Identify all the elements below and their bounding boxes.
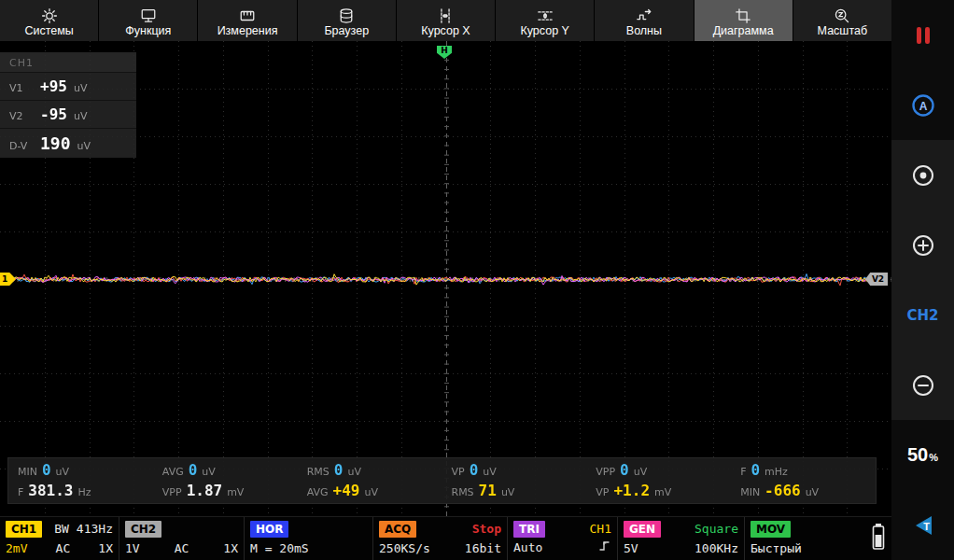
toolbar-label: Масштаб [818, 25, 867, 37]
ch2-scale: 1V [125, 541, 140, 556]
readout-label: V1 [9, 82, 34, 94]
toolbar-button-scale[interactable]: Масштаб [793, 0, 891, 41]
ch2-badge[interactable]: CH2 [125, 521, 161, 538]
toolbar-button-cursor-y[interactable]: Курсор Y [496, 0, 594, 41]
bit-depth: 16bit [465, 541, 501, 556]
status-group-movement[interactable]: MOV Быстрый [745, 517, 857, 560]
toolbar-button-cursor-x[interactable]: Курсор X [397, 0, 495, 41]
toolbar-label: Функция [125, 25, 171, 37]
measurement-cell: F 381.3 Hz [18, 483, 153, 498]
crop-icon [735, 7, 751, 23]
readout-value: +95 [40, 77, 67, 95]
cursor-y-icon [537, 7, 554, 23]
channel-readout-panel: CH1 V1 +95 uV V2 -95 uV D-V 190 uV [0, 52, 136, 158]
measurement-label: F [740, 466, 746, 478]
status-group-ch2[interactable]: CH2 1V AC 1X [119, 517, 245, 560]
zoom-in-button[interactable] [891, 210, 954, 280]
readout-unit: uV [74, 110, 88, 122]
toolbar-label: Диаграмма [713, 25, 774, 37]
measurement-unit: Hz [78, 486, 91, 498]
toolbar-label: Браузер [324, 25, 369, 37]
active-channel-label: CH2 [907, 307, 939, 324]
measurement-value: +49 [333, 483, 360, 498]
trigger-menu-button[interactable]: T [891, 490, 954, 560]
gen-frequency: 100KHz [694, 541, 738, 556]
measurement-label: VP [451, 466, 464, 478]
cursor-x-icon [437, 7, 454, 23]
measurement-unit: uV [806, 486, 820, 498]
readout-row-v2: V2 -95 uV [0, 100, 136, 128]
zoom-out-button[interactable] [891, 350, 954, 420]
zoom-level-value: 50% [907, 444, 938, 466]
pause-icon [913, 24, 933, 47]
measurement-unit: uV [483, 466, 497, 478]
measurement-label: RMS [307, 466, 330, 478]
status-group-acquisition[interactable]: ACQ Stop 250KS/s 16bit [373, 517, 508, 560]
measurement-cell: AVG +49 uV [307, 483, 442, 498]
autoset-icon: A [911, 93, 935, 118]
measurements-panel: MIN 0 uV F 381.3 Hz AVG 0 uV VPP [7, 457, 877, 504]
status-group-generator[interactable]: GEN Square 5V 100KHz [618, 517, 745, 560]
status-group-trigger[interactable]: TRI CH1 Auto [508, 517, 618, 560]
measurement-label: AVG [307, 486, 329, 498]
run-stop-button[interactable] [891, 0, 954, 70]
measurement-label: MIN [18, 466, 37, 478]
waves-icon [636, 7, 652, 23]
battery-icon [871, 522, 886, 555]
measurement-unit: mHz [765, 466, 788, 478]
ch1-scale: 2mV [6, 541, 27, 556]
measurement-value: 71 [479, 483, 497, 498]
gen-level: 5V [624, 541, 638, 556]
measurement-cell: MIN 0 uV [18, 463, 153, 478]
plus-circle-icon [911, 233, 935, 258]
status-group-horizontal[interactable]: HOR M = 20mS [245, 517, 373, 560]
toolbar-button-measurements[interactable]: Измерения [198, 0, 296, 41]
minus-circle-icon [911, 373, 935, 398]
svg-text:T: T [923, 520, 930, 531]
mov-badge[interactable]: MOV [751, 521, 791, 538]
ch2-coupling: AC [175, 541, 189, 556]
measurement-cell: RMS 71 uV [451, 483, 586, 498]
status-group-ch1[interactable]: CH1 BW413Hz 2mV AC 1X [0, 517, 119, 560]
measurement-value: 381.3 [28, 483, 73, 498]
measurement-cell: MIN -666 uV [740, 483, 876, 498]
readout-unit: uV [74, 82, 88, 94]
readout-label: V2 [9, 110, 34, 122]
measurement-label: VP [596, 486, 609, 498]
measurement-value: 1.87 [187, 483, 223, 498]
channel-select-button[interactable]: CH2 [891, 280, 954, 350]
toolbar-button-diagram[interactable]: Диаграмма [694, 0, 793, 41]
measurement-column: F 0 mHz MIN -666 uV [731, 458, 876, 503]
trigger-mode: Auto [513, 540, 542, 555]
status-bar: CH1 BW413Hz 2mV AC 1X CH2 1V AC 1X HOR [0, 516, 891, 560]
readout-label: D-V [9, 140, 34, 152]
acq-badge[interactable]: ACQ [379, 521, 416, 538]
toolbar-button-waves[interactable]: Волны [595, 0, 693, 41]
gen-badge[interactable]: GEN [624, 521, 661, 538]
readout-unit: uV [77, 140, 91, 152]
toolbar-button-browser[interactable]: Браузер [298, 0, 396, 41]
trigger-source: CH1 [590, 522, 611, 537]
toolbar-label: Курсор Y [520, 25, 568, 37]
autoset-button[interactable]: A [891, 70, 954, 140]
measurement-unit: mV [227, 486, 244, 498]
measurement-value: 0 [42, 463, 51, 478]
measurement-column: MIN 0 uV F 381.3 Hz [8, 458, 153, 503]
toolbar-label: Системы [24, 25, 73, 37]
toolbar-button-function[interactable]: Функция [99, 0, 197, 41]
mov-speed: Быстрый [751, 541, 802, 556]
zoom-level-button[interactable]: 50% [891, 420, 954, 490]
measurement-unit: uV [634, 466, 648, 478]
gear-icon [41, 7, 58, 23]
measurement-value: 0 [334, 463, 344, 478]
oscilloscope-app: Системы Функция Измерения Браузер Курсор… [0, 0, 954, 560]
hor-badge[interactable]: HOR [250, 521, 288, 538]
tri-badge[interactable]: TRI [513, 521, 545, 538]
toolbar-button-systems[interactable]: Системы [0, 0, 98, 41]
database-icon [338, 7, 355, 23]
display-icon [140, 7, 157, 23]
record-button[interactable] [891, 140, 954, 210]
measurement-cell: RMS 0 uV [307, 463, 442, 478]
measurement-cell: VPP 0 uV [596, 463, 731, 478]
ch1-badge[interactable]: CH1 [6, 521, 42, 538]
